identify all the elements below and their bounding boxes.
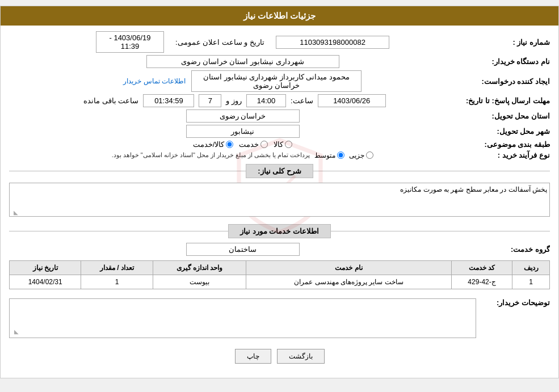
category-label: طبقه بندی موضوعی: [476,140,550,149]
city-value: نیشابور [9,125,476,138]
col-header-date: تاریخ نیاز [10,261,81,275]
category-value: کالا خدمت کالا/خدمت [9,140,476,149]
process-label-jozi: جزیی [349,151,364,159]
buyer-name-row: نام دستگاه خریدار: شهرداری نیشابور استان… [9,55,550,68]
divider-line-left [313,171,550,171]
province-box: خراسان رضوی [186,109,300,123]
contact-link[interactable]: اطلاعات تماس خریدار [123,77,186,85]
cell-code: ج-42-429 [451,275,512,289]
announcement-label: تاریخ و ساعت اعلان عمومی: [175,38,264,47]
remaining-time-box: 01:34:59 [143,94,194,107]
process-radio-group: جزیی متوسط پرداخت تمام یا بخشی از مبلغ خ… [9,151,476,159]
province-row: استان محل تحویل: خراسان رضوی [9,109,550,123]
services-table-body: 1 ج-42-429 ساخت سایر پروژه‌های مهندسی عم… [10,275,550,289]
service-group-label: گروه خدمت: [476,245,550,254]
page-wrapper: جزئیات اطلاعات نیاز AnaT شماره نیاز : 11… [0,6,559,378]
category-radio-kala[interactable] [285,141,292,148]
content-area: AnaT شماره نیاز : 1103093198000082 تاریخ… [1,26,558,378]
reply-days-label: روز و [226,96,242,105]
resize-handle-description: ◣ [10,209,18,217]
description-textarea[interactable]: پخش آسفالت در معابر سطح شهر به صورت مکان… [9,183,550,217]
process-value: جزیی متوسط پرداخت تمام یا بخشی از مبلغ خ… [9,151,476,159]
cell-row: 1 [512,275,550,289]
divider-line-right [9,171,246,171]
col-header-qty: تعداد / مقدار [81,261,153,275]
buyer-notes-area: ◣ [9,296,476,338]
service-group-value: ساختمان [9,243,476,256]
category-label-kala: کالا [274,140,283,149]
cell-unit: بیوست [153,275,246,289]
category-option-3: کالا/خدمت [193,140,234,149]
services-divider-right [9,231,228,231]
main-content: AnaT شماره نیاز : 1103093198000082 تاریخ… [9,31,550,340]
reply-deadline-value: 1403/06/26 ساعت: 14:00 روز و 7 01:34:59 … [9,94,460,107]
buyer-notes-row: توضیحات خریدار: ◣ [9,296,550,338]
cell-name: ساخت سایر پروژه‌های مهندسی عمران [246,275,452,289]
reply-time-box: 14:00 [246,94,286,107]
process-option-jozi: جزیی [349,151,373,159]
services-section-title: اطلاعات خدمات مورد نیاز [228,224,331,238]
category-option-1: کالا [274,140,292,149]
need-number-row: شماره نیاز : 1103093198000082 تاریخ و سا… [9,31,550,53]
col-header-row: ردیف [512,261,550,275]
cell-qty: 1 [81,275,153,289]
process-row: نوع فرآیند خرید : جزیی متوسط پرداخت تمام… [9,151,550,159]
reply-deadline-row: مهلت ارسال پاسخ: تا تاریخ: 1403/06/26 سا… [9,94,550,107]
process-note: پرداخت تمام یا بخشی از مبلغ خریدار از مح… [112,151,310,159]
announcement-value: 1403/06/19 - 11:39 [96,31,164,53]
services-divider: اطلاعات خدمات مورد نیاز [9,224,550,238]
reply-time-label: ساعت: [291,96,313,105]
province-value: خراسان رضوی [9,109,476,123]
category-option-2: خدمت [239,140,268,149]
back-button[interactable]: بازگشت [277,349,325,364]
category-radio-khedmat[interactable] [260,141,268,148]
buyer-notes-content: ◣ [9,298,476,338]
category-radio-both[interactable] [226,141,233,148]
services-table-header-row: ردیف کد خدمت نام خدمت واحد اندازه گیری ت… [10,261,550,275]
process-radio-motavasset[interactable] [337,151,344,159]
category-label-both: کالا/خدمت [193,140,225,149]
category-label-khedmat: خدمت [239,140,259,149]
print-button[interactable]: چاپ [235,349,271,364]
buyer-name-box: شهرداری نیشابور استان خراسان رضوی [146,55,339,68]
creator-box: محمود میدانی کاربرداز شهرداری نیشابور اس… [191,70,362,92]
reply-date-box: 1403/06/26 [318,94,386,107]
city-label: شهر محل تحویل: [476,127,550,136]
need-number-box: 1103093198000082 [276,36,389,49]
city-row: شهر محل تحویل: نیشابور [9,125,550,138]
table-row: 1 ج-42-429 ساخت سایر پروژه‌های مهندسی عم… [10,275,550,289]
description-area: پخش آسفالت در معابر سطح شهر به صورت مکان… [9,183,550,218]
buyer-notes-label: توضیحات خریدار: [476,296,550,307]
category-row: طبقه بندی موضوعی: کالا خدمت [9,140,550,149]
process-radio-jozi[interactable] [366,151,373,159]
reply-deadline-label: مهلت ارسال پاسخ: تا تاریخ: [460,96,550,105]
col-header-name: نام خدمت [246,261,452,275]
buttons-row: بازگشت چاپ [9,349,550,364]
need-number-label: شماره نیاز : [476,38,550,47]
remaining-label: ساعت باقی مانده [83,96,138,105]
process-label-motavasset: متوسط [314,151,335,159]
category-radio-group: کالا خدمت کالا/خدمت [9,140,476,149]
col-header-code: کد خدمت [451,261,512,275]
service-group-box: ساختمان [186,243,300,256]
description-divider: شرح کلی نیاز: [9,164,550,178]
cell-date: 1404/02/31 [10,275,81,289]
resize-handle-notes: ◣ [11,328,19,336]
reply-days-box: 7 [199,94,221,107]
creator-row: ایجاد کننده درخواست: محمود میدانی کاربرد… [9,70,550,92]
page-header: جزئیات اطلاعات نیاز [1,6,558,26]
buyer-name-value: شهرداری نیشابور استان خراسان رضوی [9,55,476,68]
services-divider-left [331,231,550,231]
creator-value: محمود میدانی کاربرداز شهرداری نیشابور اس… [9,70,476,92]
province-label: استان محل تحویل: [476,112,550,120]
description-section-title: شرح کلی نیاز: [246,164,313,178]
services-table: ردیف کد خدمت نام خدمت واحد اندازه گیری ت… [9,260,550,289]
process-option-motavasset: متوسط [314,151,344,159]
service-group-row: گروه خدمت: ساختمان [9,243,550,256]
process-label: نوع فرآیند خرید : [476,151,550,159]
city-box: نیشابور [186,125,300,138]
buyer-name-label: نام دستگاه خریدار: [476,57,550,66]
services-table-header: ردیف کد خدمت نام خدمت واحد اندازه گیری ت… [10,261,550,275]
creator-label: ایجاد کننده درخواست: [476,77,550,86]
need-number-value: 1103093198000082 تاریخ و ساعت اعلان عموم… [9,31,476,53]
